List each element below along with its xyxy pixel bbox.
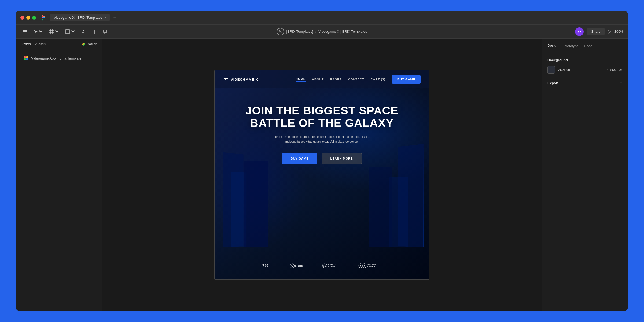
canvas-area[interactable]: VIDEOGAME X HOME ABOUT PAGES CONTACT CAR… <box>102 39 542 311</box>
nav-contact[interactable]: CONTACT <box>348 78 364 81</box>
svg-rect-8 <box>26 58 28 60</box>
vg-logo-text: VIDEOGAME X <box>231 77 258 82</box>
hamburger-icon <box>23 29 27 34</box>
tab-assets[interactable]: Assets <box>35 42 46 49</box>
tab-code[interactable]: Code <box>584 44 592 51</box>
chevron-down-icon <box>55 29 59 34</box>
svg-text:SWITCH: SWITCH <box>367 265 375 267</box>
maximize-button[interactable] <box>32 16 36 20</box>
vg-logo-icon <box>223 77 229 82</box>
breadcrumb: [BRIX Templates] / Videogame X | BRIX Te… <box>277 28 367 35</box>
title-bar: Videogame X | BRIX Templates × + <box>16 11 628 25</box>
color-row: 2A2E38 100% 👁 <box>547 66 622 74</box>
rectangle-icon <box>65 29 70 34</box>
color-hex-value[interactable]: 2A2E38 <box>558 68 604 72</box>
tab-design[interactable]: Design <box>82 42 97 49</box>
ps5-logo-icon: PS5 <box>260 263 274 269</box>
add-export-button[interactable]: + <box>619 80 622 86</box>
nav-home[interactable]: HOME <box>296 77 306 82</box>
user-avatar-purple: ●● <box>575 27 584 36</box>
component-icon <box>24 56 28 61</box>
play-button[interactable]: ▷ <box>608 29 611 34</box>
chevron-down-icon <box>39 29 43 34</box>
svg-rect-2 <box>23 33 27 33</box>
vg-nav-buy-button[interactable]: BUY GAME <box>392 75 421 84</box>
svg-text:PS5: PS5 <box>263 264 268 267</box>
frame-icon <box>49 29 54 34</box>
nav-cart[interactable]: CART (3) <box>371 78 385 81</box>
color-opacity-value[interactable]: 100% <box>607 68 616 72</box>
right-panel: Design Prototype Code Background 2A2E38 … <box>542 39 628 311</box>
tab-area: Videogame X | BRIX Templates × + <box>50 14 116 21</box>
svg-point-16 <box>324 265 326 267</box>
app-window: Videogame X | BRIX Templates × + <box>16 11 628 311</box>
svg-rect-0 <box>23 30 27 31</box>
tab-design[interactable]: Design <box>547 43 558 51</box>
chevron-down-icon <box>71 29 75 34</box>
svg-rect-6 <box>26 56 28 58</box>
select-tool-button[interactable] <box>31 28 45 35</box>
tab-title: Videogame X | BRIX Templates <box>54 16 102 20</box>
layer-item[interactable]: Videogame App Figma Template <box>20 54 97 63</box>
sidebar-tabs: Layers Assets Design <box>16 39 102 49</box>
export-row: Export + <box>547 80 622 86</box>
platform-steam: ⚙ STEAM STEAM <box>322 263 341 269</box>
pen-icon <box>82 29 86 34</box>
user-icon <box>278 29 283 34</box>
svg-rect-3 <box>66 30 69 34</box>
layer-label: Videogame App Figma Template <box>31 56 81 60</box>
background-section-label: Background <box>547 58 622 62</box>
visibility-icon[interactable]: 👁 <box>619 68 622 72</box>
xbox-logo-icon: XBOX <box>290 263 306 269</box>
vg-hero-title: JOIN THE BIGGEST SPACE BATTLE OF THE GAL… <box>223 105 421 129</box>
vg-hero-subtitle: Lorem ipsum dolor sit amet, consectetur … <box>271 135 373 144</box>
vg-platforms: PS5 XBOX <box>215 263 429 269</box>
svg-text:STEAM: STEAM <box>328 265 335 267</box>
svg-text:NINTENDO: NINTENDO <box>367 264 376 265</box>
sidebar-content: Videogame App Figma Template <box>16 49 102 311</box>
figma-logo-icon <box>40 14 47 21</box>
breadcrumb-project: Videogame X | BRIX Templates <box>318 29 367 34</box>
svg-text:XBOX: XBOX <box>295 264 303 267</box>
share-button[interactable]: Share <box>587 28 605 35</box>
tab-close-button[interactable]: × <box>104 16 106 20</box>
vg-learn-more-button[interactable]: LEARN MORE <box>322 153 362 164</box>
svg-rect-5 <box>24 56 26 58</box>
svg-rect-1 <box>23 31 27 32</box>
close-button[interactable] <box>20 16 24 20</box>
text-tool-button[interactable] <box>90 28 99 35</box>
user-avatar <box>277 28 284 35</box>
comment-tool-button[interactable] <box>101 28 109 35</box>
text-icon <box>92 29 97 34</box>
right-panel-tabs: Design Prototype Code <box>542 39 628 51</box>
platform-xbox: XBOX <box>290 263 306 269</box>
nav-about[interactable]: ABOUT <box>312 78 324 81</box>
tab-layers[interactable]: Layers <box>20 42 31 49</box>
pen-tool-button[interactable] <box>79 28 88 35</box>
comment-icon <box>103 29 107 34</box>
vg-buy-game-button[interactable]: BUY GAME <box>282 153 317 164</box>
breadcrumb-user: [BRIX Templates] <box>286 29 313 34</box>
svg-rect-20 <box>360 265 361 266</box>
traffic-lights <box>20 16 36 20</box>
active-tab[interactable]: Videogame X | BRIX Templates × <box>50 14 110 21</box>
right-panel-content: Background 2A2E38 100% 👁 Export + <box>542 51 628 92</box>
nav-pages[interactable]: PAGES <box>330 78 342 81</box>
menu-button[interactable] <box>20 28 29 35</box>
vg-hero-content: JOIN THE BIGGEST SPACE BATTLE OF THE GAL… <box>215 88 429 175</box>
color-swatch[interactable] <box>547 66 555 74</box>
zoom-control[interactable]: 100% <box>614 29 623 34</box>
left-sidebar: Layers Assets Design Videogame App <box>16 39 102 311</box>
new-tab-button[interactable]: + <box>113 15 116 20</box>
vg-nav-links: HOME ABOUT PAGES CONTACT CART (3) <box>296 77 385 82</box>
tab-prototype[interactable]: Prototype <box>564 44 579 51</box>
design-dot-icon <box>82 43 85 46</box>
main-area: Layers Assets Design Videogame App <box>16 39 628 311</box>
platform-ps5: PS5 <box>260 263 274 269</box>
minimize-button[interactable] <box>26 16 30 20</box>
sidebar-divider <box>18 311 100 311</box>
frame-tool-button[interactable] <box>47 28 61 35</box>
svg-rect-7 <box>24 58 26 60</box>
canvas-frame: VIDEOGAME X HOME ABOUT PAGES CONTACT CAR… <box>215 70 429 279</box>
shape-tool-button[interactable] <box>63 28 77 35</box>
